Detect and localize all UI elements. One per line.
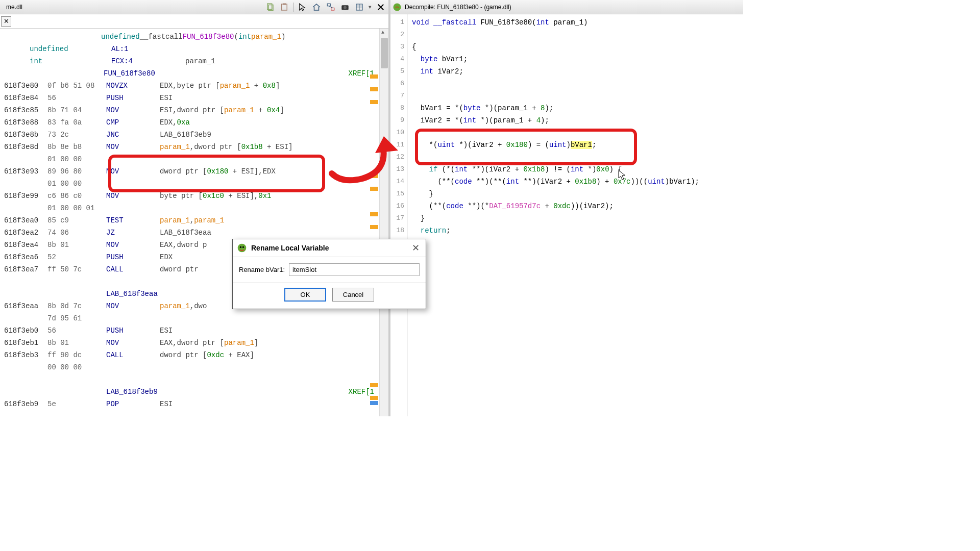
decompile-panel: Decompile: FUN_618f3e80 - (game.dll) 123…: [390, 0, 743, 416]
left-tab-bar: me.dll: [0, 0, 388, 14]
decompile-tab-title: Decompile: FUN_618f3e80 - (game.dll): [405, 4, 511, 11]
snapshot-icon[interactable]: [339, 2, 351, 13]
svg-rect-5: [331, 8, 334, 10]
close-tab-icon[interactable]: ✕: [1, 16, 11, 27]
home-icon[interactable]: [311, 2, 322, 13]
svg-point-7: [344, 6, 347, 9]
svg-rect-4: [327, 4, 330, 6]
svg-point-12: [242, 246, 244, 248]
field-editor-icon[interactable]: [354, 2, 365, 13]
svg-point-11: [240, 246, 241, 248]
decompile-code-area[interactable]: 123456789101112131415161718 void __fastc…: [390, 14, 743, 416]
toolbar-divider: [293, 3, 293, 12]
scroll-thumb[interactable]: [381, 38, 388, 68]
close-panel-icon[interactable]: [375, 2, 386, 13]
svg-rect-2: [281, 4, 287, 10]
rename-field-label: Rename bVar1:: [239, 266, 285, 273]
rename-input[interactable]: [289, 263, 420, 276]
paste-icon[interactable]: [279, 2, 290, 13]
dialog-close-icon[interactable]: ✕: [410, 242, 422, 254]
ghidra-app-icon: [237, 243, 247, 253]
dialog-titlebar[interactable]: Rename Local Variable ✕: [233, 239, 426, 257]
minimap-column: [370, 29, 378, 416]
svg-rect-3: [283, 3, 286, 5]
rename-dialog: Rename Local Variable ✕ Rename bVar1: OK…: [232, 239, 426, 309]
cancel-button[interactable]: Cancel: [332, 288, 374, 302]
line-number-gutter: 123456789101112131415161718: [390, 14, 408, 416]
copy-icon[interactable]: [264, 2, 276, 13]
scroll-up-icon[interactable]: ▲: [381, 30, 384, 35]
ok-button[interactable]: OK: [284, 288, 326, 302]
disassembly-panel: me.dll: [0, 0, 390, 416]
right-tab-bar: Decompile: FUN_618f3e80 - (game.dll): [390, 0, 743, 14]
cursor-tool-icon[interactable]: [297, 2, 308, 13]
left-tab-title: me.dll: [2, 3, 27, 12]
ghidra-icon: [393, 3, 402, 12]
graph-icon[interactable]: [325, 2, 336, 13]
disassembly-listing[interactable]: undefined __fastcall FUN_618f3e80(int pa…: [0, 29, 388, 416]
dialog-title: Rename Local Variable: [251, 244, 329, 252]
sub-tab-bar: ✕: [0, 14, 388, 29]
decompile-code-body[interactable]: void __fastcall FUN_618f3e80(int param_1…: [408, 14, 743, 416]
scrollbar-vertical[interactable]: ▲: [379, 29, 388, 416]
